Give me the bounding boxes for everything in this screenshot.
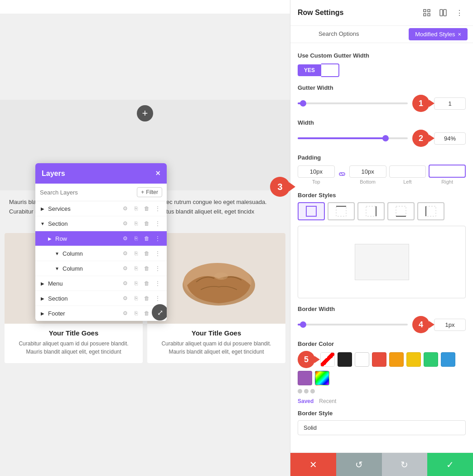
color-dots-row <box>298 389 466 393</box>
layer-item-row[interactable]: ▶ Row ⚙ ⎘ 🗑 ⋮ <box>35 231 167 246</box>
layer-delete-footer[interactable]: 🗑 <box>142 309 151 318</box>
layer-gear-col1[interactable]: ⚙ <box>121 249 130 258</box>
color-swatch-orange[interactable] <box>389 352 404 367</box>
padding-top-input[interactable] <box>298 165 335 178</box>
layer-copy-icon[interactable]: ⎘ <box>131 204 140 213</box>
layer-gear-icon[interactable]: ⚙ <box>121 204 130 213</box>
tab-search-options[interactable]: Search Options <box>290 26 387 43</box>
padding-right-input[interactable] <box>429 165 466 178</box>
gutter-width-track[interactable] <box>298 102 408 104</box>
layer-more-col1[interactable]: ⋮ <box>153 249 162 258</box>
layer-gear-footer[interactable]: ⚙ <box>121 309 130 318</box>
redo-button[interactable]: ↻ <box>382 453 428 476</box>
columns-icon[interactable] <box>437 6 449 19</box>
row-settings-tabs: Search Options Modified Styles × <box>290 26 473 43</box>
modified-tab-close-icon[interactable]: × <box>458 31 461 38</box>
border-style-select[interactable]: Solid Dashed Dotted Double None <box>298 420 466 435</box>
layer-copy-col1[interactable]: ⎘ <box>131 249 140 258</box>
gutter-width-thumb[interactable] <box>300 100 306 107</box>
layer-delete-icon-row[interactable]: 🗑 <box>142 234 151 243</box>
layer-item-column-1[interactable]: ▼ Column ⚙ ⎘ 🗑 ⋮ <box>35 246 167 261</box>
fullscreen-icon[interactable] <box>420 6 433 19</box>
layer-delete-icon-2[interactable]: 🗑 <box>142 219 151 228</box>
layer-copy-icon-2[interactable]: ⎘ <box>131 219 140 228</box>
layer-item-section-2[interactable]: ▶ Section ⚙ ⎘ 🗑 ⋮ <box>35 291 167 306</box>
saved-link[interactable]: Saved <box>298 398 314 404</box>
padding-link-icon[interactable] <box>338 170 347 185</box>
border-style-bottom[interactable] <box>387 202 415 220</box>
border-style-top[interactable] <box>328 202 355 220</box>
layer-more-sec2[interactable]: ⋮ <box>153 294 162 303</box>
layer-more-menu[interactable]: ⋮ <box>153 279 162 288</box>
layer-delete-menu[interactable]: 🗑 <box>142 279 151 288</box>
layer-delete-icon[interactable]: 🗑 <box>142 204 151 213</box>
layer-copy-footer[interactable]: ⎘ <box>131 309 140 318</box>
layer-gear-col2[interactable]: ⚙ <box>121 264 130 273</box>
width-value[interactable] <box>434 132 466 145</box>
layer-delete-col1[interactable]: 🗑 <box>142 249 151 258</box>
layer-delete-col2[interactable]: 🗑 <box>142 264 151 273</box>
step-badge-2: 2 <box>412 130 430 147</box>
border-style-right[interactable] <box>357 202 385 220</box>
reset-button[interactable]: ↺ <box>336 453 382 476</box>
border-style-left[interactable] <box>417 202 444 220</box>
svg-rect-9 <box>440 10 443 16</box>
gutter-width-value[interactable] <box>434 97 466 110</box>
color-swatch-blue[interactable] <box>441 352 455 367</box>
border-width-thumb[interactable] <box>300 321 306 328</box>
layer-more-icon-2[interactable]: ⋮ <box>153 219 162 228</box>
layer-copy-icon-row[interactable]: ⎘ <box>131 234 140 243</box>
layer-icons-column-2: ⚙ ⎘ 🗑 ⋮ <box>121 264 162 273</box>
color-swatch-red[interactable] <box>372 352 386 367</box>
layer-gear-icon-2[interactable]: ⚙ <box>121 219 130 228</box>
layer-item-section[interactable]: ▼ Section ⚙ ⎘ 🗑 ⋮ <box>35 216 167 231</box>
layers-close-button[interactable]: × <box>155 169 160 178</box>
layer-item-footer[interactable]: ▶ Footer ⚙ ⎘ 🗑 ⋮ <box>35 306 167 321</box>
card-2-title: Your Title Goes <box>151 329 282 337</box>
svg-rect-7 <box>424 14 426 16</box>
bread-image-2 <box>171 242 262 315</box>
layers-filter-button[interactable]: + Filter <box>137 187 162 197</box>
toggle-yes-button[interactable]: YES <box>298 64 321 76</box>
confirm-button[interactable]: ✓ <box>427 453 473 476</box>
card-2-body: Curabitur aliquet quam id dui posuere bl… <box>147 340 285 356</box>
color-swatch-purple[interactable] <box>298 371 312 385</box>
layer-more-col2[interactable]: ⋮ <box>153 264 162 273</box>
width-thumb[interactable] <box>382 135 389 141</box>
tab-modified-styles[interactable]: Modified Styles × <box>409 28 468 40</box>
recent-link[interactable]: Recent <box>319 398 336 404</box>
layers-move-handle[interactable]: ⤢ <box>152 304 167 321</box>
step-badge-4: 4 <box>412 316 430 333</box>
layer-copy-sec2[interactable]: ⎘ <box>131 294 140 303</box>
layer-item-services[interactable]: ▶ Services ⚙ ⎘ 🗑 ⋮ <box>35 201 167 216</box>
padding-bottom-input[interactable] <box>349 165 386 178</box>
cancel-button[interactable]: ✕ <box>290 453 336 476</box>
color-swatch-black[interactable] <box>338 352 352 367</box>
more-options-icon[interactable]: ⋮ <box>453 6 466 19</box>
layers-search-input[interactable] <box>40 189 134 196</box>
layer-copy-menu[interactable]: ⎘ <box>131 279 140 288</box>
layer-toggle-section: ▼ <box>40 221 45 226</box>
layer-item-column-2[interactable]: ▼ Column ⚙ ⎘ 🗑 ⋮ <box>35 261 167 276</box>
color-swatch-white[interactable] <box>355 352 369 367</box>
layer-copy-col2[interactable]: ⎘ <box>131 264 140 273</box>
layer-more-icon[interactable]: ⋮ <box>153 204 162 213</box>
layer-delete-sec2[interactable]: 🗑 <box>142 294 151 303</box>
border-width-value[interactable] <box>434 319 466 331</box>
toggle-box[interactable] <box>321 63 339 77</box>
border-width-track[interactable] <box>298 324 408 325</box>
border-style-dropdown-label: Border Style <box>298 410 466 417</box>
layer-gear-menu[interactable]: ⚙ <box>121 279 130 288</box>
layer-item-menu[interactable]: ▶ Menu ⚙ ⎘ 🗑 ⋮ <box>35 276 167 291</box>
layer-gear-icon-row[interactable]: ⚙ <box>121 234 130 243</box>
padding-left-input[interactable] <box>389 165 426 178</box>
color-swatch-yellow[interactable] <box>406 352 421 367</box>
layer-gear-sec2[interactable]: ⚙ <box>121 294 130 303</box>
width-track[interactable] <box>298 137 408 139</box>
color-swatch-transparent[interactable] <box>320 352 335 367</box>
color-swatch-green[interactable] <box>424 352 438 367</box>
layer-more-icon-row[interactable]: ⋮ <box>153 234 162 243</box>
border-style-all[interactable] <box>298 202 325 220</box>
color-swatch-rainbow[interactable] <box>315 371 329 385</box>
add-section-button[interactable]: + <box>137 105 153 121</box>
